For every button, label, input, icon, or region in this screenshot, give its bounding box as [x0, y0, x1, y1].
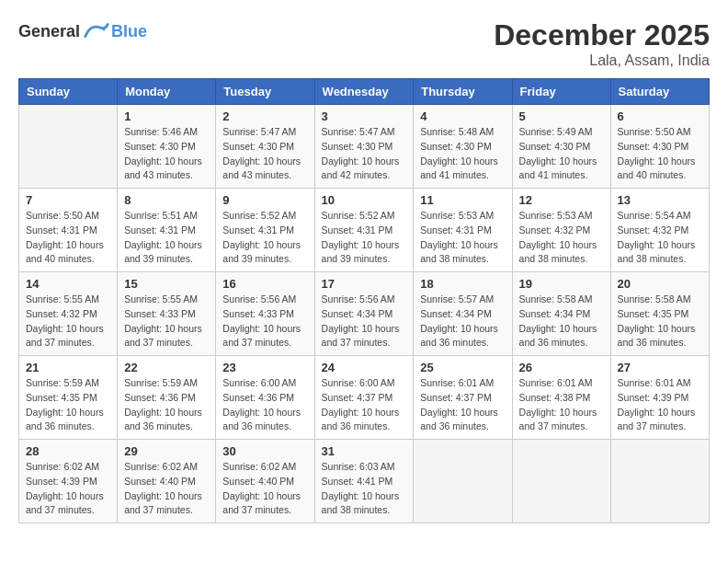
day-info: Sunrise: 6:02 AMSunset: 4:39 PMDaylight:…: [26, 460, 110, 518]
day-info: Sunrise: 6:02 AMSunset: 4:40 PMDaylight:…: [222, 460, 307, 518]
day-number: 6: [618, 109, 702, 123]
day-info: Sunrise: 5:56 AMSunset: 4:34 PMDaylight:…: [322, 293, 407, 350]
day-number: 31: [322, 444, 407, 458]
page-container: General Blue December 2025 Lala, Assam, …: [18, 18, 710, 523]
calendar-cell: 15Sunrise: 5:55 AMSunset: 4:33 PMDayligh…: [118, 272, 216, 356]
day-number: 29: [124, 444, 209, 458]
day-info: Sunrise: 5:47 AMSunset: 4:30 PMDaylight:…: [222, 125, 307, 183]
day-number: 16: [222, 277, 307, 291]
day-info: Sunrise: 6:01 AMSunset: 4:38 PMDaylight:…: [519, 376, 604, 434]
calendar-table: SundayMondayTuesdayWednesdayThursdayFrid…: [18, 78, 710, 523]
calendar-cell: 26Sunrise: 6:01 AMSunset: 4:38 PMDayligh…: [512, 356, 610, 440]
weekday-header-sunday: Sunday: [19, 79, 118, 105]
day-info: Sunrise: 6:01 AMSunset: 4:37 PMDaylight:…: [420, 376, 505, 434]
weekday-header-monday: Monday: [118, 79, 216, 105]
day-info: Sunrise: 5:51 AMSunset: 4:31 PMDaylight:…: [124, 209, 209, 267]
calendar-cell: 29Sunrise: 6:02 AMSunset: 4:40 PMDayligh…: [118, 440, 216, 523]
day-info: Sunrise: 5:50 AMSunset: 4:31 PMDaylight:…: [26, 209, 110, 267]
calendar-cell: 30Sunrise: 6:02 AMSunset: 4:40 PMDayligh…: [216, 440, 314, 523]
day-number: 24: [322, 361, 407, 374]
day-info: Sunrise: 5:55 AMSunset: 4:32 PMDaylight:…: [26, 293, 110, 350]
weekday-header-tuesday: Tuesday: [216, 79, 314, 105]
calendar-header: SundayMondayTuesdayWednesdayThursdayFrid…: [19, 79, 710, 105]
day-number: 21: [26, 361, 110, 374]
calendar-cell: [19, 105, 118, 189]
logo-text-general: General: [18, 22, 80, 41]
day-number: 25: [420, 361, 505, 374]
calendar-cell: 7Sunrise: 5:50 AMSunset: 4:31 PMDaylight…: [19, 189, 118, 272]
calendar-week-row: 14Sunrise: 5:55 AMSunset: 4:32 PMDayligh…: [19, 272, 710, 356]
calendar-body: 1Sunrise: 5:46 AMSunset: 4:30 PMDaylight…: [19, 105, 710, 523]
calendar-cell: 4Sunrise: 5:48 AMSunset: 4:30 PMDaylight…: [414, 105, 512, 189]
weekday-header-friday: Friday: [512, 79, 610, 105]
day-info: Sunrise: 5:50 AMSunset: 4:30 PMDaylight:…: [618, 125, 702, 183]
title-block: December 2025 Lala, Assam, India: [494, 18, 710, 69]
day-info: Sunrise: 5:57 AMSunset: 4:34 PMDaylight:…: [420, 293, 505, 350]
day-number: 12: [519, 193, 604, 207]
calendar-cell: 10Sunrise: 5:52 AMSunset: 4:31 PMDayligh…: [314, 189, 414, 272]
calendar-cell: 17Sunrise: 5:56 AMSunset: 4:34 PMDayligh…: [314, 272, 414, 356]
day-number: 28: [26, 444, 110, 458]
calendar-cell: 13Sunrise: 5:54 AMSunset: 4:32 PMDayligh…: [610, 189, 709, 272]
location-title: Lala, Assam, India: [494, 52, 710, 69]
day-info: Sunrise: 5:53 AMSunset: 4:32 PMDaylight:…: [519, 209, 604, 267]
day-info: Sunrise: 5:48 AMSunset: 4:30 PMDaylight:…: [420, 125, 505, 183]
day-number: 8: [124, 193, 209, 207]
calendar-cell: 20Sunrise: 5:58 AMSunset: 4:35 PMDayligh…: [610, 272, 709, 356]
day-number: 23: [222, 361, 307, 374]
day-info: Sunrise: 6:00 AMSunset: 4:37 PMDaylight:…: [322, 376, 407, 434]
day-info: Sunrise: 6:01 AMSunset: 4:39 PMDaylight:…: [618, 376, 702, 434]
day-number: 20: [618, 277, 702, 291]
day-number: 1: [124, 109, 209, 123]
day-number: 26: [519, 361, 604, 374]
calendar-cell: 6Sunrise: 5:50 AMSunset: 4:30 PMDaylight…: [610, 105, 709, 189]
calendar-cell: 2Sunrise: 5:47 AMSunset: 4:30 PMDaylight…: [216, 105, 314, 189]
calendar-week-row: 1Sunrise: 5:46 AMSunset: 4:30 PMDaylight…: [19, 105, 710, 189]
day-number: 13: [618, 193, 702, 207]
logo-text-blue: Blue: [111, 22, 147, 41]
day-number: 19: [519, 277, 604, 291]
calendar-cell: 8Sunrise: 5:51 AMSunset: 4:31 PMDaylight…: [118, 189, 216, 272]
day-number: 15: [124, 277, 209, 291]
day-info: Sunrise: 5:46 AMSunset: 4:30 PMDaylight:…: [124, 125, 209, 183]
calendar-cell: [512, 440, 610, 523]
page-header: General Blue December 2025 Lala, Assam, …: [18, 18, 710, 69]
calendar-cell: 22Sunrise: 5:59 AMSunset: 4:36 PMDayligh…: [118, 356, 216, 440]
day-info: Sunrise: 5:55 AMSunset: 4:33 PMDaylight:…: [124, 293, 209, 350]
calendar-cell: 21Sunrise: 5:59 AMSunset: 4:35 PMDayligh…: [19, 356, 118, 440]
day-number: 14: [26, 277, 110, 291]
day-info: Sunrise: 5:49 AMSunset: 4:30 PMDaylight:…: [519, 125, 604, 183]
calendar-week-row: 28Sunrise: 6:02 AMSunset: 4:39 PMDayligh…: [19, 440, 710, 523]
calendar-cell: 12Sunrise: 5:53 AMSunset: 4:32 PMDayligh…: [512, 189, 610, 272]
calendar-week-row: 7Sunrise: 5:50 AMSunset: 4:31 PMDaylight…: [19, 189, 710, 272]
day-number: 22: [124, 361, 209, 374]
day-info: Sunrise: 6:00 AMSunset: 4:36 PMDaylight:…: [222, 376, 307, 434]
day-info: Sunrise: 5:56 AMSunset: 4:33 PMDaylight:…: [222, 293, 307, 350]
logo: General Blue: [18, 18, 147, 44]
day-number: 9: [222, 193, 307, 207]
calendar-cell: [414, 440, 512, 523]
day-number: 18: [420, 277, 505, 291]
weekday-header-wednesday: Wednesday: [314, 79, 414, 105]
day-number: 17: [322, 277, 407, 291]
calendar-cell: 31Sunrise: 6:03 AMSunset: 4:41 PMDayligh…: [314, 440, 414, 523]
calendar-cell: 28Sunrise: 6:02 AMSunset: 4:39 PMDayligh…: [19, 440, 118, 523]
weekday-header-saturday: Saturday: [610, 79, 709, 105]
day-info: Sunrise: 5:52 AMSunset: 4:31 PMDaylight:…: [222, 209, 307, 267]
day-info: Sunrise: 5:53 AMSunset: 4:31 PMDaylight:…: [420, 209, 505, 267]
day-info: Sunrise: 5:59 AMSunset: 4:36 PMDaylight:…: [124, 376, 209, 434]
calendar-cell: 18Sunrise: 5:57 AMSunset: 4:34 PMDayligh…: [414, 272, 512, 356]
day-info: Sunrise: 5:52 AMSunset: 4:31 PMDaylight:…: [322, 209, 407, 267]
calendar-cell: 9Sunrise: 5:52 AMSunset: 4:31 PMDaylight…: [216, 189, 314, 272]
weekday-header-row: SundayMondayTuesdayWednesdayThursdayFrid…: [19, 79, 710, 105]
month-title: December 2025: [494, 18, 710, 52]
day-number: 30: [222, 444, 307, 458]
day-info: Sunrise: 5:58 AMSunset: 4:34 PMDaylight:…: [519, 293, 604, 350]
day-number: 7: [26, 193, 110, 207]
calendar-cell: 23Sunrise: 6:00 AMSunset: 4:36 PMDayligh…: [216, 356, 314, 440]
calendar-cell: 19Sunrise: 5:58 AMSunset: 4:34 PMDayligh…: [512, 272, 610, 356]
calendar-cell: 5Sunrise: 5:49 AMSunset: 4:30 PMDaylight…: [512, 105, 610, 189]
calendar-cell: 11Sunrise: 5:53 AMSunset: 4:31 PMDayligh…: [414, 189, 512, 272]
calendar-cell: [610, 440, 709, 523]
day-number: 2: [222, 109, 307, 123]
